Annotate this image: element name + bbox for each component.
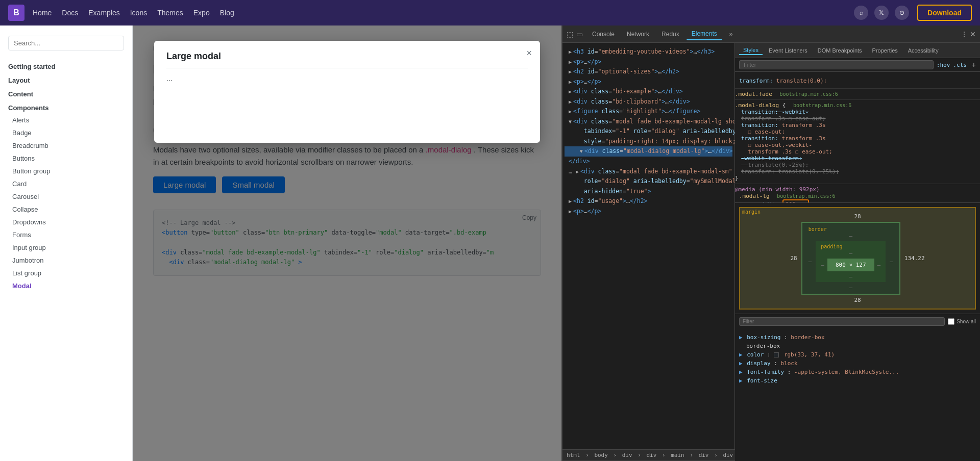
- show-all-checkbox[interactable]: [948, 318, 954, 325]
- nav-examples[interactable]: Examples: [88, 9, 119, 17]
- right-filter-input[interactable]: [739, 317, 945, 326]
- style-tab-event-listeners[interactable]: Event Listeners: [765, 46, 812, 55]
- modal-close-button[interactable]: ×: [526, 48, 532, 59]
- dom-line-modal-sm-open[interactable]: … ▶<div class="modal fade bd-example-mod…: [565, 167, 732, 177]
- nav-docs[interactable]: Docs: [62, 9, 78, 17]
- show-all-label: Show all: [957, 319, 976, 324]
- sidebar-item-input-group[interactable]: Input group: [0, 241, 132, 254]
- sidebar-item-carousel[interactable]: Carousel: [0, 190, 132, 203]
- twitter-icon[interactable]: 𝕏: [874, 6, 889, 20]
- modal-lg-rule: .modal-lg bootstrap.min.css:6 max-width:…: [735, 193, 980, 202]
- mobile-icon[interactable]: ▭: [576, 30, 583, 38]
- dom-line-modal-lg-open[interactable]: ▼<div class="modal fade bd-example-modal…: [565, 117, 732, 127]
- filter-cls[interactable]: .cls: [953, 62, 967, 68]
- css-font-size-line: ▶ font-size: [739, 376, 976, 385]
- github-icon[interactable]: ⊙: [895, 6, 909, 20]
- devtools-tab-elements[interactable]: Elements: [687, 28, 722, 40]
- search-input[interactable]: [8, 36, 124, 50]
- style-tab-accessibility[interactable]: Accessibility: [904, 46, 943, 55]
- transition-ease-line: ☐ ease-out;: [741, 129, 980, 135]
- dom-line-p2[interactable]: ▶<p>…</p>: [565, 77, 732, 87]
- sidebar-item-list-group[interactable]: List group: [0, 267, 132, 279]
- dom-tree[interactable]: ▶<h3 id="embedding-youtube-videos">…</h3…: [562, 43, 735, 449]
- brand-letter: B: [13, 8, 19, 17]
- sidebar-item-jumbotron[interactable]: Jumbotron: [0, 254, 132, 267]
- dom-line-bd-example[interactable]: ▶<div class="bd-example">…</div>: [565, 87, 732, 97]
- show-all-checkbox-container: Show all: [948, 318, 976, 325]
- devtools-tab-network[interactable]: Network: [622, 29, 654, 40]
- devtools-toolbar: ⬚ ▭: [567, 30, 583, 38]
- dom-line-modal-attrs1[interactable]: tabindex="-1" role="dialog" aria-labelle…: [565, 126, 732, 137]
- style-tab-dom-breakpoints[interactable]: DOM Breakpoints: [814, 46, 866, 55]
- padding-bottom-dash: –: [849, 273, 852, 280]
- modal-dialog-close-bracket: }: [735, 175, 739, 182]
- dom-line-p-last[interactable]: ▶<p>…</p>: [565, 207, 732, 217]
- dom-line-h3[interactable]: ▶<h3 id="embedding-youtube-videos">…</h3…: [565, 47, 732, 57]
- style-tab-properties[interactable]: Properties: [868, 46, 902, 55]
- sidebar-item-breadcrumb[interactable]: Breadcrumb: [0, 139, 132, 152]
- bc-div2[interactable]: div: [647, 452, 657, 458]
- sidebar-item-alerts[interactable]: Alerts: [0, 114, 132, 126]
- border-label: border: [808, 226, 827, 232]
- style-transform-rule: transform: translate(0,0);: [735, 74, 980, 89]
- sidebar-search-container: [0, 32, 132, 55]
- nav-themes[interactable]: Themes: [157, 9, 183, 17]
- sidebar-group-layout: Layout: [0, 72, 132, 86]
- devtools-tab-more[interactable]: »: [724, 29, 738, 40]
- devtools-close-icon[interactable]: ✕: [970, 30, 976, 38]
- dom-line-modal-attrs2[interactable]: style="padding-right: 14px; display: blo…: [565, 137, 732, 147]
- transition-webkit-line: transition: -webkit-: [741, 109, 980, 115]
- nav-blog[interactable]: Blog: [220, 9, 234, 17]
- modal-overlay: Large modal × ...: [133, 25, 561, 461]
- dom-line-modal-sm-attrs[interactable]: role="dialog" aria-labelledby="mySmallMo…: [565, 176, 732, 187]
- dom-line-modal-sm-hidden[interactable]: aria-hidden="true">: [565, 187, 732, 197]
- sidebar-item-button-group[interactable]: Button group: [0, 165, 132, 177]
- sidebar-item-forms[interactable]: Forms: [0, 228, 132, 241]
- styles-filter-bar: :hov .cls +: [735, 58, 980, 72]
- media-992-block: @media (min-width: 992px) .modal-lg boot…: [735, 186, 980, 202]
- filter-add-button[interactable]: +: [972, 61, 976, 69]
- dom-line-h2-usage[interactable]: ▶<h2 id="usage">…</h2>: [565, 196, 732, 207]
- nav-expo[interactable]: Expo: [193, 9, 210, 17]
- nav-home[interactable]: Home: [33, 9, 52, 17]
- search-icon[interactable]: ⌕: [854, 6, 868, 20]
- download-button[interactable]: Download: [917, 5, 972, 21]
- sidebar-item-buttons[interactable]: Buttons: [0, 152, 132, 165]
- styles-filter-input[interactable]: [739, 60, 934, 69]
- padding-top-dash: –: [849, 250, 852, 257]
- devtools-tab-console[interactable]: Console: [587, 29, 620, 40]
- devtools-menu-icon[interactable]: ⋮: [961, 30, 968, 38]
- devtools-tab-redux[interactable]: Redux: [656, 29, 684, 40]
- style-tab-styles[interactable]: Styles: [739, 46, 763, 55]
- styles-content: transform: translate(0,0); .modal.fade b…: [735, 72, 980, 202]
- bc-div3[interactable]: div: [699, 452, 709, 458]
- bc-body[interactable]: body: [594, 452, 608, 458]
- sidebar-item-dropdowns[interactable]: Dropdowns: [0, 216, 132, 228]
- border-bottom-val: –: [808, 284, 893, 291]
- css-arrow-box-sizing: ▶: [739, 334, 743, 341]
- margin-bottom-value: 28: [854, 297, 861, 303]
- dom-line-p1[interactable]: ▶<p>…</p>: [565, 57, 732, 67]
- css-val-border-box: border-box: [739, 343, 780, 349]
- bc-div4[interactable]: div: [723, 452, 733, 458]
- sidebar-item-card[interactable]: Card: [0, 177, 132, 190]
- dom-line-h2[interactable]: ▶<h2 id="optional-sizes">…</h2>: [565, 67, 732, 77]
- sidebar-item-badge[interactable]: Badge: [0, 126, 132, 139]
- bc-div1[interactable]: div: [622, 452, 632, 458]
- sidebar-item-collapse[interactable]: Collapse: [0, 203, 132, 216]
- sidebar-item-modal[interactable]: Modal: [0, 279, 132, 292]
- dom-line-figure[interactable]: ▶<figure class="highlight">…</figure>: [565, 107, 732, 117]
- bc-html[interactable]: html: [567, 452, 580, 458]
- color-swatch: [774, 352, 779, 357]
- bc-main[interactable]: main: [671, 452, 684, 458]
- inspect-icon[interactable]: ⬚: [567, 30, 573, 38]
- modal-title: Large modal: [166, 51, 528, 62]
- nav-icons[interactable]: Icons: [130, 9, 147, 17]
- navbar-brand[interactable]: B: [8, 5, 24, 21]
- css-prop-font-size: font-size: [747, 377, 777, 384]
- filter-hov[interactable]: :hov: [937, 62, 950, 68]
- dom-line-modal-close[interactable]: </div>: [565, 157, 732, 167]
- dom-line-bd-clipboard[interactable]: ▶<div class="bd-clipboard">…</div>: [565, 97, 732, 107]
- padding-label: padding: [821, 244, 842, 249]
- dom-line-modal-dialog-selected[interactable]: ▼<div class="modal-dialog modal-lg">…</d…: [565, 146, 732, 157]
